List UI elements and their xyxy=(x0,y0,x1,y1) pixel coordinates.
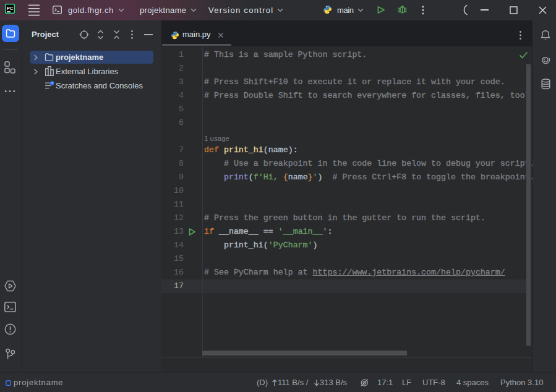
svg-text:PC: PC xyxy=(7,6,14,11)
